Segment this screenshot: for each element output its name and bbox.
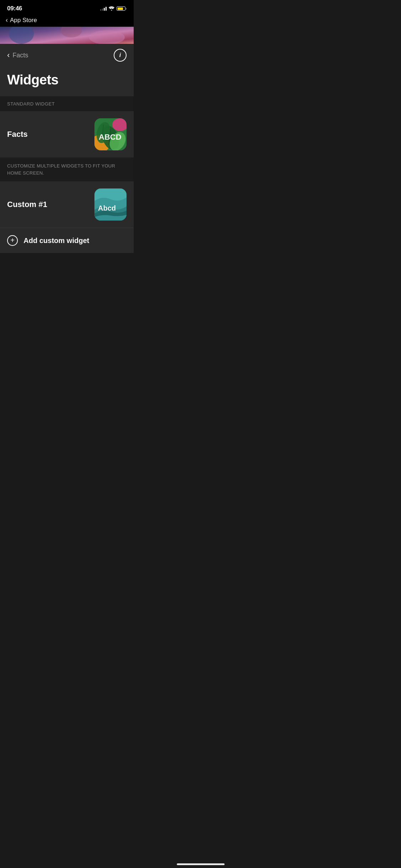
standard-widget-label: STANDARD WIDGET xyxy=(7,101,55,107)
app-store-back-button[interactable]: ‹ App Store xyxy=(6,16,128,24)
nav-bar: ‹ Facts i xyxy=(0,44,134,67)
customize-section: CUSTOMIZE MULTIPLE WIDGETS TO FIT YOUR H… xyxy=(0,157,134,181)
add-custom-widget-label: Add custom widget xyxy=(24,237,89,245)
app-store-bar: ‹ App Store xyxy=(0,15,134,27)
chevron-left-icon: ‹ xyxy=(6,16,8,24)
signal-icon xyxy=(100,6,107,11)
custom1-widget-icon: Abcd xyxy=(94,188,127,221)
info-icon: i xyxy=(119,52,121,58)
header-banner xyxy=(0,27,134,44)
plus-icon: + xyxy=(10,236,15,244)
page-title-section: Widgets xyxy=(0,67,134,96)
facts-widget-icon: ABCD xyxy=(94,118,127,150)
info-button[interactable]: i xyxy=(114,49,127,62)
status-bar: 09:46 xyxy=(0,0,134,15)
wifi-icon xyxy=(109,6,114,11)
custom1-widget-row[interactable]: Custom #1 Abcd xyxy=(0,181,134,228)
battery-icon xyxy=(117,6,127,11)
page-title: Widgets xyxy=(7,72,127,88)
custom1-widget-name: Custom #1 xyxy=(7,200,47,209)
svg-text:Abcd: Abcd xyxy=(98,204,116,212)
customize-text: CUSTOMIZE MULTIPLE WIDGETS TO FIT YOUR H… xyxy=(7,162,127,176)
svg-text:ABCD: ABCD xyxy=(99,133,122,141)
nav-chevron-icon: ‹ xyxy=(7,51,10,60)
facts-widget-name: Facts xyxy=(7,130,27,139)
status-time: 09:46 xyxy=(7,5,22,12)
add-custom-widget-row[interactable]: + Add custom widget xyxy=(0,228,134,253)
status-icons xyxy=(100,6,127,11)
app-store-label: App Store xyxy=(10,17,37,24)
facts-widget-row[interactable]: Facts ABCD xyxy=(0,111,134,157)
add-icon: + xyxy=(7,235,18,246)
nav-title: Facts xyxy=(12,52,28,59)
standard-widget-section-header: STANDARD WIDGET xyxy=(0,96,134,111)
bottom-area xyxy=(0,253,134,331)
nav-back-button[interactable]: ‹ Facts xyxy=(7,51,28,60)
